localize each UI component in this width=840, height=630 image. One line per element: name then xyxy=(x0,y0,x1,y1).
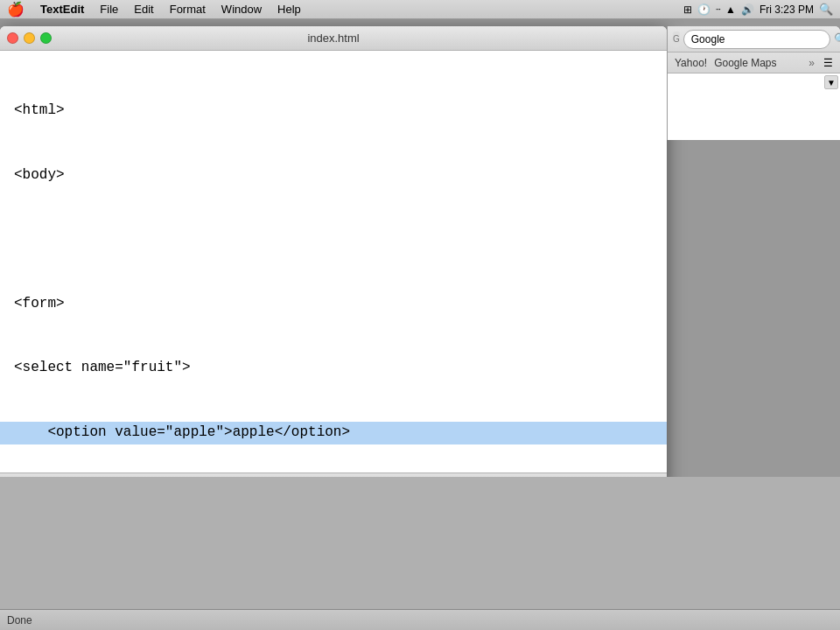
browser-search-input[interactable] xyxy=(683,30,830,49)
menubar-right: ⊞ 🕐 ··· ▲ 🔊 Fri 3:23 PM 🔍 xyxy=(683,3,833,16)
menubar-window[interactable]: Window xyxy=(214,2,269,17)
browser-google-icon: G xyxy=(673,32,680,47)
menubar-file[interactable]: File xyxy=(93,2,125,17)
apple-menu-icon[interactable]: 🍎 xyxy=(7,1,24,18)
menubar-wifi-icon: ▲ xyxy=(725,4,736,16)
browser-bookmarks-bar: Yahoo! Google Maps » ☰ xyxy=(668,52,840,74)
bookmarks-expand-icon[interactable]: » xyxy=(808,57,815,69)
menubar-textedit[interactable]: TextEdit xyxy=(33,2,91,17)
bookmarks-menu-icon[interactable]: ☰ xyxy=(823,57,833,69)
menubar-clock-icon: 🕐 xyxy=(697,4,710,16)
browser-content-area: ▼ xyxy=(668,74,840,140)
menubar-search-icon[interactable]: 🔍 xyxy=(819,3,833,16)
window-minimize-button[interactable] xyxy=(24,32,35,44)
editor-content[interactable]: <html> <body> <form> <select name="fruit… xyxy=(0,51,667,472)
app-status-text: Done xyxy=(7,614,32,626)
bookmark-google-maps[interactable]: Google Maps xyxy=(714,57,776,69)
code-line-5: <select name="fruit"> xyxy=(14,357,653,380)
window-close-button[interactable] xyxy=(7,32,18,44)
menubar-screenshare-icon: ⊞ xyxy=(683,4,692,16)
code-line-3 xyxy=(14,228,653,251)
code-line-4: <form> xyxy=(14,293,653,316)
browser-search-submit[interactable]: 🔍 xyxy=(834,32,840,47)
window-maximize-button[interactable] xyxy=(40,32,52,44)
menubar-time: Fri 3:23 PM xyxy=(760,4,814,16)
bookmark-yahoo[interactable]: Yahoo! xyxy=(675,57,707,69)
desktop-floor xyxy=(0,477,840,630)
menubar: 🍎 TextEdit File Edit Format Window Help … xyxy=(0,0,840,19)
textedit-window: index.html <html> <body> <form> <select … xyxy=(0,26,667,490)
code-line-1: <html> xyxy=(14,100,653,122)
menubar-help[interactable]: Help xyxy=(270,2,308,17)
browser-panel: G 🔍 Yahoo! Google Maps » ☰ ▼ xyxy=(667,26,840,140)
menubar-edit[interactable]: Edit xyxy=(127,2,160,17)
window-title: index.html xyxy=(307,32,359,45)
window-titlebar: index.html xyxy=(0,26,667,51)
app-statusbar: Done xyxy=(0,609,840,630)
desktop: index.html <html> <body> <form> <select … xyxy=(0,19,840,630)
menubar-dots: ··· xyxy=(716,4,720,14)
menubar-format[interactable]: Format xyxy=(163,2,213,17)
code-line-6-highlighted: <option value="apple">apple</option> xyxy=(0,422,667,444)
menubar-volume-icon: 🔊 xyxy=(741,4,754,16)
traffic-lights xyxy=(7,32,52,44)
browser-scroll-button[interactable]: ▼ xyxy=(824,75,838,89)
browser-toolbar: G 🔍 xyxy=(668,26,840,52)
code-line-2: <body> xyxy=(14,164,653,187)
code-editor[interactable]: <html> <body> <form> <select name="fruit… xyxy=(0,51,667,472)
